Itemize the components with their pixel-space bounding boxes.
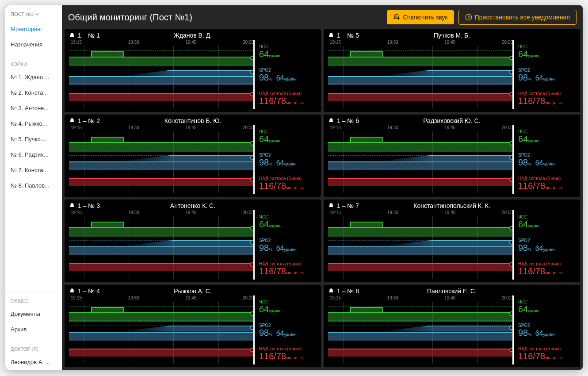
now-line xyxy=(253,210,255,280)
sidebar: ПОСТ №1 МониторингНазначения КОЙКИ № 1. … xyxy=(5,5,62,370)
bed-label: 1 – № 4 xyxy=(69,288,100,295)
chart-area: 19:1519:3019:4520:00 xyxy=(328,210,515,280)
patient-card[interactable]: 1 – № 3 Антоненко К. С. 19:1519:3019:452… xyxy=(65,200,321,282)
card-header: 1 – № 2 Константинов Б. Ю. xyxy=(69,117,317,125)
now-line xyxy=(253,295,255,365)
patient-name: Пучков М. Б. xyxy=(434,32,470,39)
readout-bp: НАД систола (5 мин) 116/78мм. рт. ст. xyxy=(518,91,576,106)
time-tick: 20:00 xyxy=(243,125,254,130)
card-header: 1 – № 4 Рыжков А. С. xyxy=(69,288,317,295)
time-tick: 20:00 xyxy=(502,125,513,130)
readout-hr: ЧСС 64уд/мин xyxy=(259,215,317,229)
time-tick: 20:00 xyxy=(502,210,513,215)
now-line xyxy=(512,210,514,280)
sidebar-nav-0[interactable]: Мониторинг xyxy=(5,21,62,37)
time-tick: 19:15 xyxy=(330,210,341,215)
patient-grid: 1 – № 1 Жданов В. Д. 19:1519:3019:4520:0… xyxy=(62,29,583,370)
patient-card[interactable]: 1 – № 7 Константинопольский К. К. 19:151… xyxy=(324,200,580,282)
readout-bp: НАД систола (5 мин) 116/78мм. рт. ст. xyxy=(259,261,317,276)
bed-label: 1 – № 8 xyxy=(328,288,359,295)
readout-spo2: SPO2 98% 64уд/мин xyxy=(259,323,317,338)
sidebar-bed-5[interactable]: № 6. Радзих... xyxy=(5,147,62,162)
page-title: Общий мониторинг (Пост №1) xyxy=(68,12,382,23)
patient-name: Антоненко К. С. xyxy=(170,202,215,209)
patient-card[interactable]: 1 – № 4 Рыжков А. С. 19:1519:3019:4520:0… xyxy=(65,285,321,368)
chart-area: 19:1519:3019:4520:00 xyxy=(69,40,256,110)
chevron-down-icon xyxy=(35,12,39,16)
card-header: 1 – № 7 Константинопольский К. К. xyxy=(328,202,576,210)
sidebar-header-doctor: ДОКТОР (Я) xyxy=(5,340,62,354)
readouts: ЧСС 64уд/мин SPO2 98% 64уд/мин НАД систо… xyxy=(515,125,576,196)
sidebar-general-1[interactable]: Архив xyxy=(5,322,62,337)
time-tick: 19:45 xyxy=(185,125,196,130)
post-selector[interactable]: ПОСТ №1 xyxy=(5,5,62,21)
readout-bp: НАД систола (5 мин) 116/78мм. рт. ст. xyxy=(259,346,317,361)
sidebar-item-doctor[interactable]: Леонидов А. ... xyxy=(5,354,62,370)
sidebar-bed-1[interactable]: № 2. Конста... xyxy=(5,85,62,100)
patient-name: Константинов Б. Ю. xyxy=(164,117,221,124)
mute-button[interactable]: Отключить звук xyxy=(387,10,454,24)
sidebar-general-0[interactable]: Документы xyxy=(5,306,62,322)
patient-card[interactable]: 1 – № 6 Радзиховский Ю. С. 19:1519:3019:… xyxy=(324,115,580,197)
sidebar-bed-7[interactable]: № 8. Павлов... xyxy=(5,178,62,193)
now-line xyxy=(512,40,514,109)
sidebar-bed-6[interactable]: № 7. Конста... xyxy=(5,162,62,178)
now-line xyxy=(512,125,514,195)
time-tick: 19:30 xyxy=(387,125,398,130)
patient-name: Павловский Е. С. xyxy=(427,288,477,295)
time-tick: 19:45 xyxy=(444,295,455,300)
card-header: 1 – № 5 Пучков М. Б. xyxy=(328,32,576,40)
readout-hr: ЧСС 64уд/мин xyxy=(259,129,317,144)
time-tick: 19:30 xyxy=(128,125,139,130)
readout-hr: ЧСС 64уд/мин xyxy=(518,215,576,229)
patient-card[interactable]: 1 – № 8 Павловский Е. С. 19:1519:3019:45… xyxy=(324,285,580,368)
bed-label: 1 – № 7 xyxy=(328,202,359,209)
readout-hr: ЧСС 64уд/мин xyxy=(259,299,317,314)
sidebar-bed-4[interactable]: № 5. Пучко... xyxy=(5,131,62,147)
readouts: ЧСС 64уд/мин SPO2 98% 64уд/мин НАД систо… xyxy=(515,210,576,280)
chart-area: 19:1519:3019:4520:00 xyxy=(328,125,515,196)
patient-name: Жданов В. Д. xyxy=(174,32,212,39)
time-tick: 19:30 xyxy=(387,210,398,215)
sidebar-nav-1[interactable]: Назначения xyxy=(5,37,62,52)
readouts: ЧСС 64уд/мин SPO2 98% 64уд/мин НАД систо… xyxy=(256,40,317,110)
patient-card[interactable]: 1 – № 2 Константинов Б. Ю. 19:1519:3019:… xyxy=(65,115,321,197)
topbar: Общий мониторинг (Пост №1) Отключить зву… xyxy=(62,5,583,29)
main-panel: Общий мониторинг (Пост №1) Отключить зву… xyxy=(62,5,583,370)
readout-spo2: SPO2 98% 64уд/мин xyxy=(259,153,317,167)
patient-card[interactable]: 1 – № 1 Жданов В. Д. 19:1519:3019:4520:0… xyxy=(65,29,321,112)
sidebar-bed-3[interactable]: № 4. Рыжко... xyxy=(5,116,62,131)
card-header: 1 – № 1 Жданов В. Д. xyxy=(69,32,317,40)
time-tick: 20:00 xyxy=(502,295,513,300)
time-tick: 19:30 xyxy=(128,40,139,45)
readouts: ЧСС 64уд/мин SPO2 98% 64уд/мин НАД систо… xyxy=(256,295,317,366)
time-tick: 19:15 xyxy=(71,40,82,45)
readouts: ЧСС 64уд/мин SPO2 98% 64уд/мин НАД систо… xyxy=(256,210,317,280)
time-tick: 20:00 xyxy=(502,40,513,45)
time-tick: 19:30 xyxy=(128,295,139,300)
sidebar-bed-0[interactable]: № 1. Ждано ... xyxy=(5,69,62,85)
readout-spo2: SPO2 98% 64уд/мин xyxy=(518,68,576,82)
bell-icon xyxy=(69,118,75,124)
bell-icon xyxy=(69,203,75,209)
time-tick: 19:15 xyxy=(71,295,82,300)
bed-label: 1 – № 1 xyxy=(69,32,100,39)
patient-name: Рыжков А. С. xyxy=(174,288,211,295)
time-tick: 19:15 xyxy=(330,295,341,300)
time-tick: 20:00 xyxy=(243,295,254,300)
readout-hr: ЧСС 64уд/мин xyxy=(259,44,317,59)
app-window: ПОСТ №1 МониторингНазначения КОЙКИ № 1. … xyxy=(5,5,583,370)
bell-icon xyxy=(328,203,334,209)
time-tick: 19:45 xyxy=(185,40,196,45)
readout-spo2: SPO2 98% 64уд/мин xyxy=(518,238,576,253)
patient-card[interactable]: 1 – № 5 Пучков М. Б. 19:1519:3019:4520:0… xyxy=(324,29,580,112)
mute-button-label: Отключить звук xyxy=(403,14,447,21)
time-tick: 20:00 xyxy=(243,40,254,45)
sidebar-bed-2[interactable]: № 3. Антоне... xyxy=(5,100,62,116)
pause-notifications-button[interactable]: Приостановить все уведомления xyxy=(458,10,577,25)
readouts: ЧСС 64уд/мин SPO2 98% 64уд/мин НАД систо… xyxy=(515,40,576,110)
bell-off-icon xyxy=(393,14,400,21)
bed-label: 1 – № 6 xyxy=(328,117,359,124)
time-tick: 19:30 xyxy=(387,40,398,45)
time-tick: 19:15 xyxy=(330,125,341,130)
